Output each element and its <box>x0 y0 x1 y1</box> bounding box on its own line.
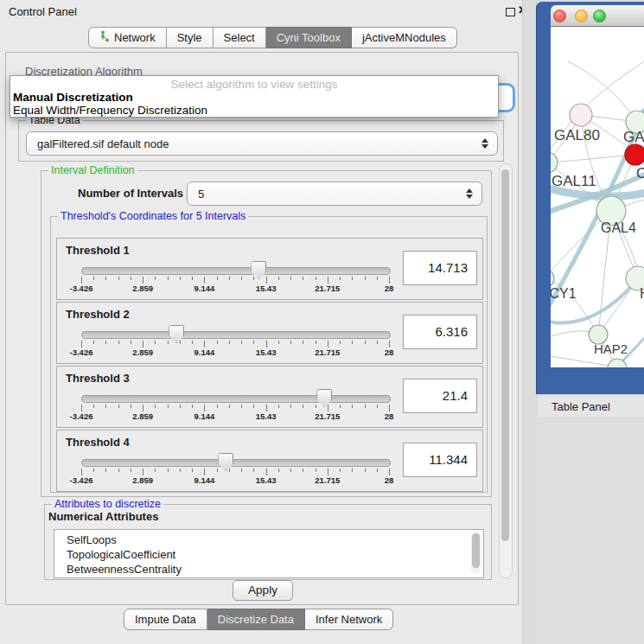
slider-tick <box>328 277 328 284</box>
threshold-label: Threshold 2 <box>66 308 130 321</box>
num-intervals-spinner[interactable]: 5 <box>187 182 482 206</box>
threshold-slider-track[interactable] <box>81 459 391 467</box>
slider-tick <box>81 405 82 411</box>
slider-tick <box>377 341 378 344</box>
slider-tick <box>316 341 316 344</box>
slider-tick-label: 15.43 <box>256 348 277 357</box>
threshold-value-field[interactable]: 6.316 <box>403 315 477 349</box>
tab-network[interactable]: Network <box>88 27 167 48</box>
slider-tick-label: 9.144 <box>194 475 215 485</box>
spinner-arrows-icon <box>481 138 488 149</box>
panel-scrollbar[interactable] <box>499 163 513 578</box>
threshold-slider-thumb[interactable] <box>169 325 184 343</box>
slider-tick <box>389 469 390 475</box>
popup-option[interactable]: Equal Width/Frequency Discretization <box>10 104 498 117</box>
node-label: GA <box>623 129 644 145</box>
tab-infer-network[interactable]: Infer Network <box>305 609 393 630</box>
slider-tick <box>266 277 267 284</box>
slider-tick <box>316 277 316 280</box>
popup-option[interactable]: Manual Discretization <box>10 91 498 104</box>
algorithm-options: Manual DiscretizationEqual Width/Frequen… <box>10 91 498 117</box>
threshold-value-field[interactable]: 14.713 <box>403 251 477 285</box>
slider-tick <box>118 341 119 344</box>
table-panel-title: Table Panel <box>552 400 610 413</box>
slider-tick-label: 9.144 <box>194 411 215 421</box>
network-window-titlebar[interactable] <box>551 5 644 27</box>
tab-label: Discretize Data <box>218 613 294 626</box>
cyni-toolbox-panel: Discretization Algorithm Select algorith… <box>5 52 519 605</box>
attributes-group: Attributes to discretize Numerical Attri… <box>44 504 492 580</box>
tab-jactivemnodules[interactable]: jActiveMNodules <box>352 27 457 48</box>
threshold-row: Threshold 4-3.4262.8599.14415.4321.71528… <box>56 430 483 492</box>
threshold-value-field[interactable]: 11.344 <box>403 443 477 477</box>
threshold-slider-thumb[interactable] <box>316 389 332 407</box>
tab-select[interactable]: Select <box>214 27 266 48</box>
screen: Control Panel ✕ NetworkStyleSelectCyni T… <box>0 0 644 644</box>
threshold-value-field[interactable]: 21.4 <box>403 379 477 413</box>
threshold-slider-thumb[interactable] <box>218 453 233 471</box>
slider-tick <box>204 277 205 284</box>
threshold-slider-track[interactable] <box>81 395 391 403</box>
zoom-window-icon[interactable] <box>593 10 606 22</box>
attribute-list-item[interactable]: BetweennessCentrality <box>54 562 483 577</box>
table-data-combobox[interactable]: galFiltered.sif default node <box>26 131 498 156</box>
slider-tick <box>217 341 218 344</box>
tab-cyni-toolbox[interactable]: Cyni Toolbox <box>266 27 352 48</box>
slider-tick <box>93 405 94 408</box>
slider-tick <box>352 277 353 280</box>
node-label: C <box>636 165 644 182</box>
tab-discretize-data[interactable]: Discretize Data <box>207 609 305 630</box>
node-label: GCY1 <box>551 286 577 301</box>
threshold-slider-track[interactable] <box>81 267 391 275</box>
slider-tick <box>168 405 169 408</box>
attributes-scrollbar[interactable] <box>471 532 481 573</box>
attribute-list-item[interactable]: SelfLoops <box>54 532 483 547</box>
slider-tick <box>229 341 230 344</box>
tab-impute-data[interactable]: Impute Data <box>124 609 207 630</box>
threshold-row: Threshold 2-3.4262.8599.14415.4321.71528… <box>56 302 483 364</box>
spinner-arrows-icon <box>466 188 473 199</box>
slider-tick <box>93 341 94 344</box>
slider-tick <box>290 405 291 408</box>
node-red[interactable] <box>625 144 644 165</box>
attributes-scrollbar-thumb[interactable] <box>472 533 480 568</box>
network-canvas[interactable]: GAL80GACGAL11GAL4GCY1HHAP2 <box>551 26 644 367</box>
panel-divider[interactable] <box>522 0 537 644</box>
slider-tick-label: 15.43 <box>256 475 277 485</box>
slider-tick-label: -3.426 <box>70 348 93 357</box>
slider-tick-label: 28 <box>385 411 394 421</box>
slider-tick-label: 2.859 <box>132 284 153 293</box>
attributes-group-title: Attributes to discretize <box>52 498 163 510</box>
slider-tick <box>143 277 143 284</box>
threshold-value: 14.713 <box>404 252 468 284</box>
slider-tick <box>340 341 341 344</box>
threshold-row: Threshold 1-3.4262.8599.14415.4321.71528… <box>56 238 483 300</box>
slider-tick <box>241 469 242 472</box>
slider-tick <box>352 469 353 472</box>
node-gcy1[interactable] <box>551 269 554 288</box>
slider-tick <box>328 341 328 348</box>
slider-tick-label: 9.144 <box>194 348 215 357</box>
node-gal80[interactable] <box>570 104 592 126</box>
panel-scrollbar-thumb[interactable] <box>501 169 509 541</box>
tab-style[interactable]: Style <box>167 27 214 48</box>
slider-tick <box>192 469 193 472</box>
threshold-label: Threshold 4 <box>66 436 130 449</box>
slider-tick <box>180 469 181 472</box>
slider-tick <box>266 405 267 411</box>
network-view-window[interactable]: GAL80GACGAL11GAL4GCY1HHAP2 <box>536 2 644 394</box>
attribute-list-item[interactable]: TopologicalCoefficient <box>54 547 483 562</box>
float-panel-icon[interactable] <box>506 8 515 16</box>
slider-tick <box>241 405 242 408</box>
apply-button[interactable]: Apply <box>233 580 293 601</box>
table-panel-body: ⚙ ✓ ✓ shared...n YDL19...YDL1YDR27...YDR… <box>536 417 644 644</box>
minimize-window-icon[interactable] <box>575 10 588 22</box>
slider-tick <box>253 469 254 472</box>
slider-tick <box>118 405 119 408</box>
slider-tick-label: 21.715 <box>315 284 340 293</box>
threshold-slider-track[interactable] <box>81 331 391 339</box>
slider-tick <box>266 341 267 348</box>
attributes-list[interactable]: SelfLoopsTopologicalCoefficientBetweenne… <box>54 529 484 578</box>
slider-tick-label: 28 <box>385 475 394 485</box>
close-window-icon[interactable] <box>553 10 566 22</box>
